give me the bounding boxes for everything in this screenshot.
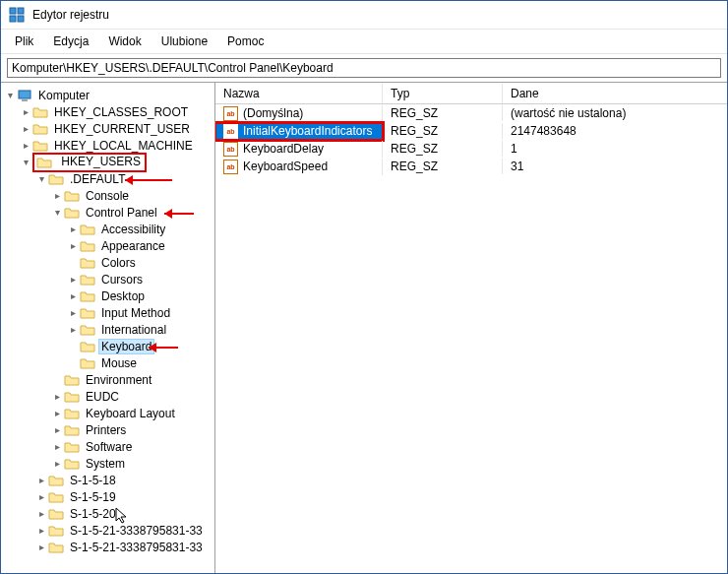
list-pane[interactable]: Nazwa Typ Dane ab(Domyślna) REG_SZ (wart… — [215, 83, 727, 573]
twisty-collapsed-icon[interactable]: ▸ — [34, 525, 48, 536]
folder-icon — [64, 389, 80, 405]
svg-rect-5 — [22, 99, 28, 101]
folder-icon — [48, 523, 64, 539]
twisty-collapsed-icon[interactable]: ▸ — [34, 508, 48, 519]
twisty-expanded-icon[interactable]: ▾ — [50, 207, 64, 218]
tree-key-console[interactable]: Console — [84, 189, 131, 203]
tree-hive-hkcu[interactable]: HKEY_CURRENT_USER — [52, 122, 192, 136]
tree-key-accessibility[interactable]: Accessibility — [99, 223, 167, 236]
value-name: KeyboardDelay — [243, 142, 324, 156]
svg-rect-1 — [18, 8, 24, 14]
value-type: REG_SZ — [383, 141, 503, 157]
tree-key-printers[interactable]: Printers — [84, 423, 128, 437]
tree-key-inputmethod[interactable]: Input Method — [99, 306, 172, 320]
twisty-collapsed-icon[interactable]: ▸ — [50, 458, 64, 469]
tree-key-cursors[interactable]: Cursors — [99, 273, 145, 287]
tree-key-appearance[interactable]: Appearance — [99, 239, 167, 253]
menu-favorites[interactable]: Ulubione — [152, 32, 217, 51]
twisty-collapsed-icon[interactable]: ▸ — [66, 223, 80, 234]
list-row[interactable]: abKeyboardSpeed REG_SZ 31 — [215, 158, 727, 175]
twisty-collapsed-icon[interactable]: ▸ — [50, 441, 64, 452]
list-row[interactable]: ab(Domyślna) REG_SZ (wartość nie ustalon… — [215, 104, 727, 122]
twisty-collapsed-icon[interactable]: ▸ — [50, 408, 64, 418]
titlebar: Edytor rejestru — [1, 1, 727, 30]
list-row[interactable]: abKeyboardDelay REG_SZ 1 — [215, 140, 727, 158]
tree-key-environment[interactable]: Environment — [84, 373, 153, 387]
string-value-icon: ab — [223, 124, 238, 139]
folder-icon — [32, 138, 48, 154]
twisty-collapsed-icon[interactable]: ▸ — [34, 475, 48, 485]
folder-icon — [80, 222, 95, 237]
main-split: ▾ Komputer ▸ HKEY_CLASSES_ROOT ▸ HKEY_CU… — [1, 83, 727, 573]
twisty-collapsed-icon[interactable]: ▸ — [50, 391, 64, 402]
twisty-collapsed-icon[interactable]: ▸ — [50, 190, 64, 201]
regedit-icon — [9, 7, 25, 23]
menu-file[interactable]: Plik — [5, 32, 43, 51]
tree-hive-hku[interactable]: HKEY_USERS — [59, 155, 143, 168]
tree-key-eudc[interactable]: EUDC — [84, 390, 121, 404]
tree-sid-21a[interactable]: S-1-5-21-3338795831-33 — [68, 524, 205, 538]
tree-key-desktop[interactable]: Desktop — [99, 289, 147, 303]
twisty-collapsed-icon[interactable]: ▸ — [66, 240, 80, 251]
twisty-collapsed-icon[interactable]: ▸ — [19, 123, 32, 134]
value-name: (Domyślna) — [243, 106, 303, 120]
folder-open-icon — [80, 339, 95, 354]
list-row[interactable]: abInitialKeyboardIndicators REG_SZ 21474… — [215, 122, 727, 140]
tree-pane[interactable]: ▾ Komputer ▸ HKEY_CLASSES_ROOT ▸ HKEY_CU… — [1, 83, 215, 573]
twisty-collapsed-icon[interactable]: ▸ — [66, 274, 80, 285]
tree-key-international[interactable]: International — [99, 323, 168, 337]
svg-rect-2 — [10, 16, 16, 22]
col-header-type[interactable]: Typ — [383, 84, 503, 103]
menu-view[interactable]: Widok — [98, 32, 151, 51]
tree-hive-hkcr[interactable]: HKEY_CLASSES_ROOT — [52, 105, 190, 119]
twisty-collapsed-icon[interactable]: ▸ — [34, 542, 48, 552]
string-value-icon: ab — [223, 142, 238, 157]
folder-icon — [32, 104, 48, 120]
twisty-collapsed-icon[interactable]: ▸ — [19, 106, 32, 117]
tree-root[interactable]: Komputer — [36, 89, 91, 102]
menu-edit[interactable]: Edycja — [43, 32, 98, 51]
tree-key-software[interactable]: Software — [84, 440, 134, 454]
folder-icon — [48, 473, 64, 488]
tree-key-mouse[interactable]: Mouse — [99, 356, 139, 370]
twisty-expanded-icon[interactable]: ▾ — [3, 90, 17, 100]
folder-icon — [64, 439, 80, 455]
tree-key-colors[interactable]: Colors — [99, 256, 138, 270]
value-data: (wartość nie ustalona) — [503, 105, 727, 121]
col-header-name[interactable]: Nazwa — [215, 84, 383, 103]
tree-key-controlpanel[interactable]: Control Panel — [84, 206, 159, 220]
folder-icon — [48, 489, 64, 505]
twisty-collapsed-icon[interactable]: ▸ — [50, 424, 64, 435]
twisty-collapsed-icon[interactable]: ▸ — [66, 290, 80, 301]
menu-help[interactable]: Pomoc — [217, 32, 273, 51]
twisty-collapsed-icon[interactable]: ▸ — [66, 324, 80, 335]
twisty-expanded-icon[interactable]: ▾ — [34, 173, 48, 184]
svg-rect-3 — [18, 16, 24, 22]
value-name: InitialKeyboardIndicators — [243, 124, 372, 138]
svg-rect-4 — [19, 91, 30, 98]
tree-key-keyboardlayout[interactable]: Keyboard Layout — [84, 407, 177, 420]
window-title: Edytor rejestru — [32, 8, 109, 22]
folder-icon — [64, 372, 80, 388]
folder-icon — [80, 355, 95, 371]
folder-icon — [80, 238, 95, 254]
tree-sid-21b[interactable]: S-1-5-21-3338795831-33 — [68, 541, 205, 554]
tree-key-system[interactable]: System — [84, 457, 127, 471]
twisty-collapsed-icon[interactable]: ▸ — [19, 140, 32, 151]
tree-default[interactable]: .DEFAULT — [68, 172, 127, 186]
value-type: REG_SZ — [383, 123, 503, 139]
tree-hive-hklm[interactable]: HKEY_LOCAL_MACHINE — [52, 139, 195, 153]
twisty-expanded-icon[interactable]: ▾ — [19, 157, 32, 167]
folder-icon — [48, 506, 64, 522]
tree-sid-19[interactable]: S-1-5-19 — [68, 490, 118, 504]
folder-icon — [80, 305, 95, 321]
folder-icon — [36, 155, 52, 170]
address-input[interactable] — [7, 58, 721, 78]
tree-sid-20[interactable]: S-1-5-20 — [68, 507, 118, 521]
col-header-data[interactable]: Dane — [503, 84, 727, 103]
tree-sid-18[interactable]: S-1-5-18 — [68, 474, 118, 487]
addressbar — [1, 54, 727, 83]
tree-key-keyboard[interactable]: Keyboard — [99, 340, 153, 353]
twisty-collapsed-icon[interactable]: ▸ — [66, 307, 80, 318]
twisty-collapsed-icon[interactable]: ▸ — [34, 491, 48, 502]
